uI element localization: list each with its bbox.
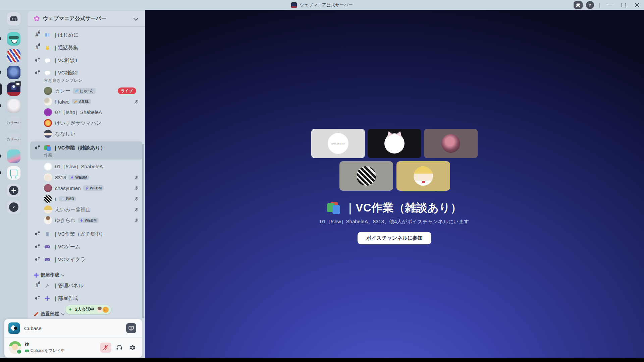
activity-row: Cubase [4,319,142,337]
avatar [44,216,52,224]
inbox-icon[interactable] [574,1,583,9]
member-row-nanashii[interactable]: ななしい [28,128,142,139]
add-server-button[interactable] [7,184,20,197]
channel-vc-sagyo-gachi[interactable]: ｜VC作業（ガチ集中） [28,228,142,240]
server-icon-3[interactable] [7,66,20,79]
member-name: ! falwe [55,99,69,105]
member-name: えいみー@福山 [55,206,91,213]
discord-home-button[interactable] [7,12,20,25]
rail-divider [8,29,19,29]
member-name: 8313 [55,175,66,180]
titlebar: ウェブマニア公式サーバー [0,0,644,10]
channel-kanri-panel[interactable]: ｜管理パネル [28,280,142,291]
channel-heya-sakusei[interactable]: ｜部屋作成 [28,293,142,304]
channel-status: 作業 [44,153,143,158]
member-row-t[interactable]: t PMD [28,193,142,204]
member-row-falwe[interactable]: ! falwe ARSL [28,96,142,107]
voice-channel-limited-icon [34,296,40,301]
close-button[interactable] [632,0,642,10]
channel-label: ｜VC作業（雑談あり） [53,145,105,151]
member-row-curry[interactable]: カレー にゃ~ん ライブ [28,85,142,97]
easel-icon [10,170,17,176]
stacked-windows-emoji [44,145,51,151]
join-voice-button[interactable]: ボイスチャンネルに参加 [358,232,431,244]
book-emoji [44,33,51,38]
member-row-8313[interactable]: 8313 WEBM [28,172,142,183]
participant-tile[interactable] [424,129,478,158]
participant-tile[interactable] [368,129,421,158]
channel-tsuwabosyu[interactable]: ｜通話募集 [28,42,142,53]
member-tag-badge: ARSL [72,99,91,104]
plus-icon [9,186,18,195]
unread-dot [0,155,1,158]
channel-label: ｜通話募集 [53,45,78,51]
share-screen-button[interactable] [126,323,136,333]
channel-vc-minecraft[interactable]: ｜VCマイクラ [28,254,142,265]
bottom-black-bar [0,358,644,362]
member-row-chasyumen[interactable]: chasyumen WEBM [28,182,142,194]
mic-muted-icon [134,196,139,201]
channel-status: 古き良きメンブレン [44,78,83,83]
server-icon-text-1[interactable]: のサーバ [7,116,20,129]
channel-hajimeni[interactable]: ｜はじめに [28,29,142,41]
help-icon[interactable] [586,1,594,9]
ongoing-call-pill[interactable]: 2人会話中 [65,305,111,314]
participant-tile[interactable] [339,161,393,191]
server-icon-text-2[interactable]: のサーバ [7,133,20,146]
member-row-shabele01[interactable]: 01［!shw］ShabeleA [28,161,142,172]
minimize-button[interactable] [605,0,615,10]
office-building-emoji [44,232,51,237]
participant-tile[interactable]: SHABELEA [311,129,365,158]
server-icon-1[interactable] [7,32,20,46]
user-panel: Cubase ゆ Cubaseをプレイ中 [4,319,143,358]
channel-vc-zatsudan1[interactable]: ｜VC雑談1 [28,55,142,66]
server-icon-9[interactable] [7,166,20,180]
text-channel-limited-icon [34,283,40,288]
mic-muted-icon [134,99,139,104]
user-avatar [9,341,21,354]
channel-label: ｜管理パネル [53,283,84,289]
explore-servers-button[interactable] [7,200,20,214]
channel-vc-game[interactable]: ｜VCゲーム [28,241,142,252]
plus-icon [34,273,39,278]
server-name: ウェブマニア公式サーバー [43,15,106,22]
member-tag-badge: にゃ~ん [73,88,96,94]
member-row-shabele07[interactable]: 07［!shp］ShabeleA [28,107,142,118]
server-icon-8[interactable] [7,149,20,163]
user-activity-status: Cubaseをプレイ中 [25,348,65,354]
speech-bubble-emoji [44,71,51,75]
server-header[interactable]: ウェブマニア公式サーバー [28,11,145,26]
avatar [44,87,52,95]
member-tag-badge: WEBM [78,218,99,223]
voice-channel-limited-icon [34,58,40,63]
titlebar-separator [599,3,600,8]
sidebar-scrollbar[interactable] [142,144,144,318]
server-icon-5[interactable] [7,99,20,113]
participant-tile[interactable] [396,161,450,191]
chevron-down-icon [133,16,138,21]
maximize-button[interactable] [619,0,629,10]
server-icon-2[interactable] [7,49,20,62]
discord-app-window: ウェブマニア公式サーバー のサーバ のサーバ [0,0,644,362]
headphones-button[interactable] [113,343,125,353]
member-row-yukirawa[interactable]: ゆきらわ WEBM [28,215,142,226]
server-flower-icon [34,15,40,22]
chevron-down-icon [61,312,65,315]
mic-muted-button[interactable] [100,343,111,353]
settings-gear-button[interactable] [127,343,138,353]
member-row-eimy[interactable]: えいみー@福山 [28,204,142,215]
channel-vc-zatsudan2[interactable]: ｜VC雑談2 [28,67,142,78]
user-row[interactable]: ゆ Cubaseをプレイ中 [4,338,142,357]
gamepad-emoji [44,245,51,249]
category-heya-sakusei[interactable]: 部屋作成 [28,270,142,280]
voice-channel-limited-icon [34,70,40,76]
heart-icon [61,197,65,201]
member-name: chasyumen [55,185,81,191]
leaf-icon [75,89,79,93]
member-row-keizu[interactable]: けいず@サツマハン [28,117,142,129]
username: ゆ [25,341,65,347]
mic-muted-icon [134,175,139,180]
server-rail: のサーバ のサーバ [0,10,28,358]
voice-channel-limited-icon [34,257,40,262]
channel-vc-sagyo-zatsudan-selected[interactable]: ｜VC作業（雑談あり） 作業 [30,141,143,160]
